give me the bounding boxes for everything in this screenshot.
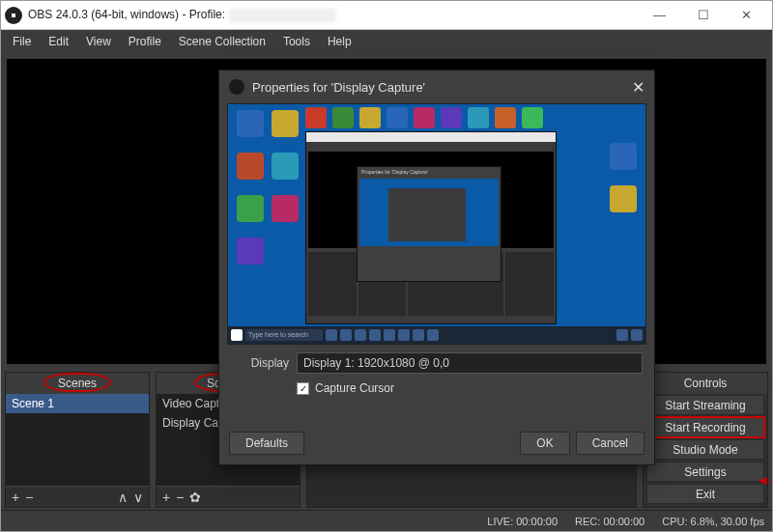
minimize-button[interactable]: — — [638, 1, 681, 29]
menu-view[interactable]: View — [78, 33, 119, 50]
nested-obs-window: Properties for 'Display Capture' — [305, 131, 557, 324]
remove-source-button[interactable]: − — [176, 490, 184, 505]
capture-cursor-checkbox[interactable]: ✓ Capture Cursor — [297, 381, 643, 395]
menubar: File Edit View Profile Scene Collection … — [1, 30, 772, 53]
menu-edit[interactable]: Edit — [41, 33, 76, 50]
scene-up-button[interactable]: ∧ — [118, 490, 128, 505]
menu-tools[interactable]: Tools — [275, 33, 318, 50]
add-source-button[interactable]: + — [162, 490, 170, 505]
scenes-panel: Scenes Scene 1 + − ∧ ∨ — [5, 372, 150, 508]
controls-panel: Controls Start Streaming Start Recording… — [643, 372, 768, 508]
maximize-button[interactable]: ☐ — [681, 1, 725, 29]
menu-file[interactable]: File — [5, 33, 39, 50]
menu-scene-collection[interactable]: Scene Collection — [171, 33, 273, 50]
display-label: Display — [231, 356, 289, 370]
titlebar: OBS 24.0.3 (64-bit, windows) - Profile: … — [1, 1, 772, 30]
nested-dialog: Properties for 'Display Capture' — [357, 166, 501, 282]
checkbox-icon: ✓ — [297, 382, 309, 395]
controls-header: Controls — [644, 373, 767, 394]
status-bar: LIVE: 00:00:00 REC: 00:00:00 CPU: 6.8%, … — [1, 510, 772, 531]
obs-logo-icon — [5, 7, 22, 24]
source-settings-button[interactable]: ✿ — [189, 490, 201, 505]
menu-profile[interactable]: Profile — [121, 33, 169, 50]
studio-mode-button[interactable]: Studio Mode — [646, 439, 764, 460]
status-cpu: CPU: 6.8%, 30.00 fps — [662, 516, 764, 527]
capture-cursor-label: Capture Cursor — [315, 381, 394, 395]
scene-item[interactable]: Scene 1 — [6, 394, 149, 413]
cancel-button[interactable]: Cancel — [576, 432, 644, 455]
obs-logo-icon — [229, 79, 244, 95]
exit-button[interactable]: Exit — [646, 484, 764, 504]
close-button[interactable]: ✕ — [725, 1, 768, 29]
display-capture-preview: Properties for 'Display Capture' Type he… — [227, 103, 646, 345]
remove-scene-button[interactable]: − — [25, 490, 33, 505]
scenes-header: Scenes — [6, 373, 149, 394]
status-live: LIVE: 00:00:00 — [487, 516, 558, 527]
start-recording-button[interactable]: Start Recording — [646, 417, 764, 437]
dialog-titlebar: Properties for 'Display Capture' ✕ — [219, 70, 654, 103]
add-scene-button[interactable]: + — [12, 490, 19, 505]
properties-dialog: Properties for 'Display Capture' ✕ — [218, 70, 655, 465]
dialog-close-button[interactable]: ✕ — [632, 78, 644, 97]
defaults-button[interactable]: Defaults — [229, 432, 304, 455]
ok-button[interactable]: OK — [520, 432, 569, 455]
display-select[interactable]: Display 1: 1920x1080 @ 0,0 — [297, 352, 643, 374]
dialog-form: Display Display 1: 1920x1080 @ 0,0 ✓ Cap… — [219, 345, 654, 403]
window-title: OBS 24.0.3 (64-bit, windows) - Profile: — [28, 8, 335, 22]
scene-down-button[interactable]: ∨ — [133, 490, 143, 505]
desktop-taskbar: Type here to search — [228, 326, 645, 344]
start-streaming-button[interactable]: Start Streaming — [646, 395, 764, 415]
status-rec: REC: 00:00:00 — [575, 516, 644, 527]
settings-button[interactable]: Settings — [646, 462, 764, 482]
dialog-title: Properties for 'Display Capture' — [252, 80, 425, 95]
menu-help[interactable]: Help — [320, 33, 359, 50]
